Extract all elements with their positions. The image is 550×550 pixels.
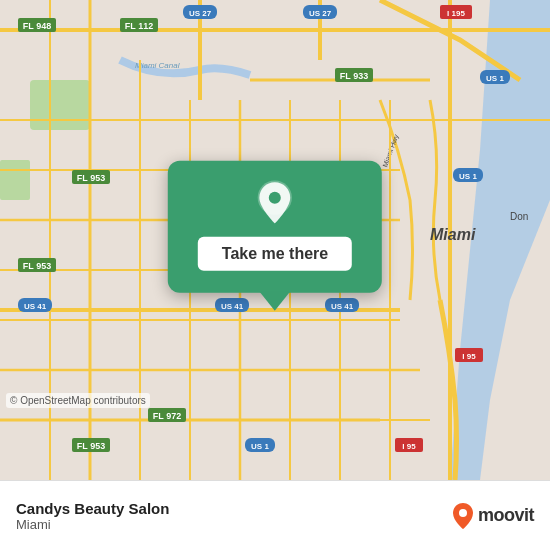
svg-text:US 1: US 1 [486,74,504,83]
svg-text:FL 953: FL 953 [77,173,105,183]
moovit-logo: moovit [452,502,534,530]
svg-text:FL 948: FL 948 [23,21,51,31]
svg-text:FL 953: FL 953 [77,441,105,451]
svg-text:I 95: I 95 [402,442,416,451]
map-attribution: © OpenStreetMap contributors [6,393,150,408]
svg-text:I 195: I 195 [447,9,465,18]
svg-point-67 [269,192,281,204]
take-me-there-button[interactable]: Take me there [198,237,352,271]
svg-text:US 41: US 41 [331,302,354,311]
location-city: Miami [16,517,169,532]
svg-text:US 41: US 41 [221,302,244,311]
svg-point-68 [459,509,467,517]
svg-text:US 27: US 27 [189,9,212,18]
svg-text:US 1: US 1 [251,442,269,451]
svg-rect-4 [0,160,30,200]
map-container: Miami Canal Miami Hwy [0,0,550,480]
svg-text:US 1: US 1 [459,172,477,181]
popup-card: Take me there [168,161,382,293]
svg-rect-3 [30,80,90,130]
location-pin-icon [251,179,299,227]
bottom-bar: Candys Beauty Salon Miami moovit [0,480,550,550]
svg-text:FL 953: FL 953 [23,261,51,271]
svg-text:I 95: I 95 [462,352,476,361]
svg-text:US 41: US 41 [24,302,47,311]
moovit-pin-icon [452,502,474,530]
svg-text:FL 112: FL 112 [125,21,153,31]
location-info: Candys Beauty Salon Miami [16,500,169,532]
location-name: Candys Beauty Salon [16,500,169,517]
svg-text:Don: Don [510,211,528,222]
moovit-text: moovit [478,505,534,526]
svg-text:FL 972: FL 972 [153,411,181,421]
svg-text:Miami: Miami [430,226,476,243]
svg-text:Miami Canal: Miami Canal [135,61,180,70]
svg-text:US 27: US 27 [309,9,332,18]
svg-text:FL 933: FL 933 [340,71,368,81]
